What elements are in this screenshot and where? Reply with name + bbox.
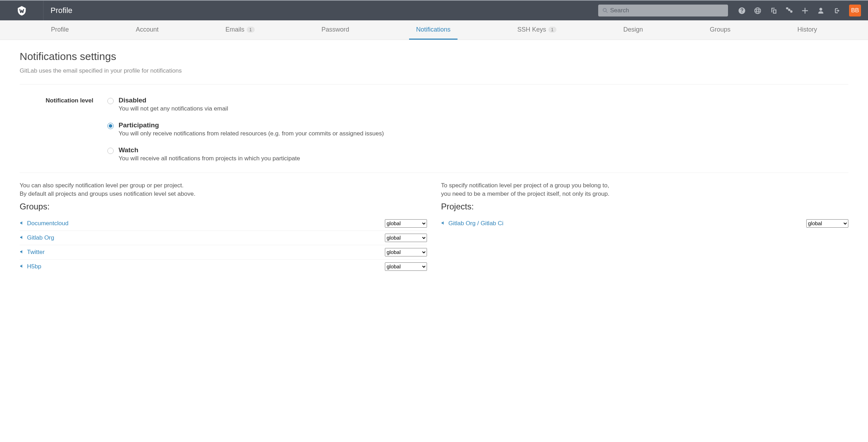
project-level-select[interactable]: global [806,219,848,228]
level-label: Notification level [20,96,107,162]
level-option-disabled: DisabledYou will not get any notificatio… [107,96,848,112]
search-wrap [598,5,728,16]
projects-heading: Projects: [441,202,848,212]
option-title: Watch [119,146,300,154]
level-option-participating: ParticipatingYou will only receive notif… [107,121,848,137]
tab-label: Design [623,26,643,33]
groups-column: You can also specify notification level … [20,181,427,274]
tab-badge: 1 [247,27,255,33]
gitlab-logo-icon [16,5,28,16]
page-subtitle: GitLab uses the email specified in your … [20,67,848,85]
radio-participating[interactable] [107,123,114,129]
group-row: Documentcloudglobal [20,216,427,231]
group-left: Documentcloud [20,220,68,227]
main: Notifications settings GitLab uses the e… [0,40,868,288]
group-level-select[interactable]: global [385,248,427,256]
settings-icon[interactable] [786,7,793,14]
project-row: Gitlab Org / Gitlab Ciglobal [441,216,848,230]
volume-icon [20,235,24,241]
groups-list: DocumentcloudglobalGitlab OrgglobalTwitt… [20,216,427,274]
level-options: DisabledYou will not get any notificatio… [107,96,848,162]
brand-title: Profile [44,6,72,15]
tab-groups[interactable]: Groups [703,20,737,40]
tab-history[interactable]: History [790,20,824,40]
groups-intro-line2: By default all projects and groups uses … [20,190,427,198]
option-title: Participating [119,121,384,129]
radio-disabled[interactable] [107,98,114,104]
option-desc: You will receive all notifications from … [119,155,300,162]
top-icons: BB [735,5,861,16]
columns: You can also specify notification level … [20,173,848,274]
volume-icon [20,263,24,270]
groups-intro: You can also specify notification level … [20,181,427,198]
group-row: H5bpglobal [20,260,427,274]
group-left: Gitlab Org [20,234,54,241]
radio-watch[interactable] [107,148,114,154]
group-left: Twitter [20,249,45,256]
group-level-select[interactable]: global [385,219,427,228]
project-link[interactable]: Gitlab Org / Gitlab Ci [448,220,503,227]
tab-label: Groups [710,26,730,33]
plus-icon[interactable] [802,7,808,14]
group-left: H5bp [20,263,41,270]
group-level-select[interactable]: global [385,234,427,242]
tab-label: History [797,26,817,33]
option-desc: You will not get any notifications via e… [119,105,228,112]
logo[interactable] [0,1,44,20]
user-icon[interactable] [817,7,824,14]
level-option-watch: WatchYou will receive all notifications … [107,146,848,162]
group-link[interactable]: Documentcloud [27,220,68,227]
search-icon [602,8,608,13]
projects-intro-line1: To specify notification level per projec… [441,181,848,190]
option-title: Disabled [119,96,228,104]
groups-intro-line1: You can also specify notification level … [20,181,427,190]
option-desc: You will only receive notifications from… [119,130,384,137]
group-level-select[interactable]: global [385,262,427,271]
group-link[interactable]: H5bp [27,263,41,270]
tab-label: Notifications [416,26,450,33]
tab-password[interactable]: Password [314,20,356,40]
help-icon[interactable] [739,7,745,14]
tab-notifications[interactable]: Notifications [409,20,458,40]
projects-intro-line2: you need to be a member of the project i… [441,190,848,198]
topbar: Profile BB [0,0,868,20]
tab-label: SSH Keys [518,26,546,33]
tabnav: ProfileAccountEmails1PasswordNotificatio… [0,20,868,40]
tab-label: Password [321,26,349,33]
copy-icon[interactable] [770,7,777,14]
projects-intro: To specify notification level per projec… [441,181,848,198]
projects-column: To specify notification level per projec… [441,181,848,274]
globe-icon[interactable] [754,7,761,14]
group-row: Gitlab Orgglobal [20,231,427,245]
page-title: Notifications settings [20,51,848,62]
project-left: Gitlab Org / Gitlab Ci [441,220,503,227]
avatar[interactable]: BB [849,5,861,16]
volume-icon [441,220,446,227]
volume-icon [20,249,24,255]
group-link[interactable]: Twitter [27,249,45,256]
tab-account[interactable]: Account [129,20,166,40]
tab-emails[interactable]: Emails1 [219,20,262,40]
volume-icon [20,220,24,227]
groups-heading: Groups: [20,202,427,212]
tab-design[interactable]: Design [616,20,650,40]
tab-label: Profile [51,26,69,33]
notification-level-section: Notification level DisabledYou will not … [20,85,848,173]
search-input[interactable] [598,5,728,16]
tab-badge: 1 [548,27,556,33]
tab-ssh-keys[interactable]: SSH Keys1 [510,20,563,40]
signout-icon[interactable] [833,7,840,14]
tab-profile[interactable]: Profile [44,20,76,40]
group-link[interactable]: Gitlab Org [27,234,54,241]
tab-label: Emails [226,26,245,33]
tab-label: Account [136,26,159,33]
projects-list: Gitlab Org / Gitlab Ciglobal [441,216,848,230]
group-row: Twitterglobal [20,245,427,260]
